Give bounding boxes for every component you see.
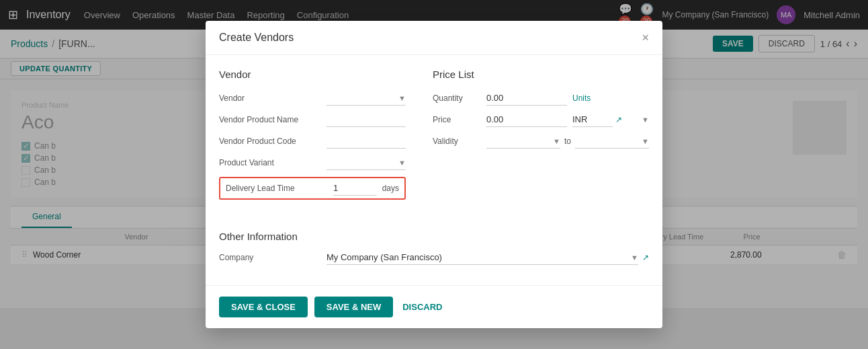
vendor-product-name-label: Vendor Product Name	[219, 115, 327, 124]
currency-select-wrapper: INR ▼ ↗	[572, 112, 649, 127]
validity-to-input[interactable]	[575, 134, 649, 149]
days-label: days	[382, 184, 399, 193]
save-new-button[interactable]: SAVE & NEW	[314, 297, 393, 308]
vendor-product-name-input[interactable]	[327, 112, 406, 127]
delivery-lead-time-input[interactable]	[333, 181, 377, 196]
vendor-label: Vendor	[219, 93, 327, 103]
price-row: Price INR ▼ ↗	[433, 112, 649, 127]
modal-title: Create Vendors	[219, 32, 294, 44]
quantity-unit-link[interactable]: Units	[572, 93, 591, 103]
validity-from-arrow-icon: ▼	[553, 137, 560, 145]
vendor-product-code-row: Vendor Product Code	[219, 134, 406, 149]
vendor-product-code-input[interactable]	[327, 134, 406, 149]
product-variant-select[interactable]	[327, 155, 406, 170]
company-external-link-icon[interactable]: ↗	[642, 253, 649, 262]
product-variant-row: Product Variant ▼	[219, 155, 406, 170]
validity-row: Validity ▼ to ▼	[433, 134, 649, 149]
price-list-section-title: Price List	[433, 69, 649, 80]
vendor-select[interactable]	[327, 91, 406, 106]
delivery-lead-time-row: Delivery Lead Time days	[219, 177, 406, 200]
quantity-row: Quantity Units	[433, 91, 649, 106]
quantity-input[interactable]	[486, 91, 567, 106]
validity-label: Validity	[433, 137, 486, 146]
modal-header: Create Vendors ×	[206, 21, 662, 55]
delivery-lead-time-label: Delivery Lead Time	[226, 184, 333, 193]
vendor-section-title: Vendor	[219, 69, 406, 80]
vendor-field-row: Vendor ▼	[219, 91, 406, 106]
validity-from-input[interactable]	[486, 134, 560, 149]
vendor-select-wrapper: ▼	[327, 91, 406, 106]
currency-external-link-icon[interactable]: ↗	[615, 115, 622, 124]
other-info-title: Other Information	[219, 231, 649, 242]
create-vendors-modal: Create Vendors × Vendor Vendor ▼	[206, 21, 662, 308]
vendor-product-code-field	[327, 134, 406, 149]
modal-columns: Vendor Vendor ▼ Vendor Product	[219, 69, 649, 206]
modal-discard-button[interactable]: DISCARD	[400, 297, 445, 308]
company-select[interactable]: My Company (San Francisco)	[327, 250, 638, 265]
currency-arrow-icon: ▼	[642, 116, 649, 124]
product-variant-field: ▼	[327, 155, 406, 170]
vendor-product-name-row: Vendor Product Name	[219, 112, 406, 127]
price-list-section: Price List Quantity Units Price	[433, 69, 649, 206]
price-label: Price	[433, 115, 486, 124]
modal-overlay: Create Vendors × Vendor Vendor ▼	[0, 0, 868, 308]
vendor-product-name-field	[327, 112, 406, 127]
quantity-label: Quantity	[433, 93, 486, 103]
modal-footer: SAVE & CLOSE SAVE & NEW DISCARD	[206, 285, 662, 308]
save-close-button[interactable]: SAVE & CLOSE	[219, 297, 308, 308]
other-information-section: Other Information Company My Company (Sa…	[219, 220, 649, 265]
vendor-section: Vendor Vendor ▼ Vendor Product	[219, 69, 406, 206]
validity-to-label: to	[564, 137, 571, 146]
modal-close-button[interactable]: ×	[642, 32, 649, 44]
quantity-input-wrapper: Units	[486, 91, 649, 106]
company-label: Company	[219, 253, 327, 262]
validity-fields: ▼ to ▼	[486, 134, 649, 149]
product-variant-label: Product Variant	[219, 158, 327, 167]
company-field-row: Company My Company (San Francisco) ▼ ↗	[219, 250, 649, 265]
price-input[interactable]	[486, 112, 567, 127]
vendor-product-code-label: Vendor Product Code	[219, 137, 327, 146]
price-input-wrapper: INR ▼ ↗	[486, 112, 649, 127]
currency-select[interactable]: INR	[572, 112, 613, 127]
company-select-field: My Company (San Francisco) ▼ ↗	[327, 250, 649, 265]
validity-to-arrow-icon: ▼	[642, 137, 649, 145]
modal-body: Vendor Vendor ▼ Vendor Product	[206, 55, 662, 285]
